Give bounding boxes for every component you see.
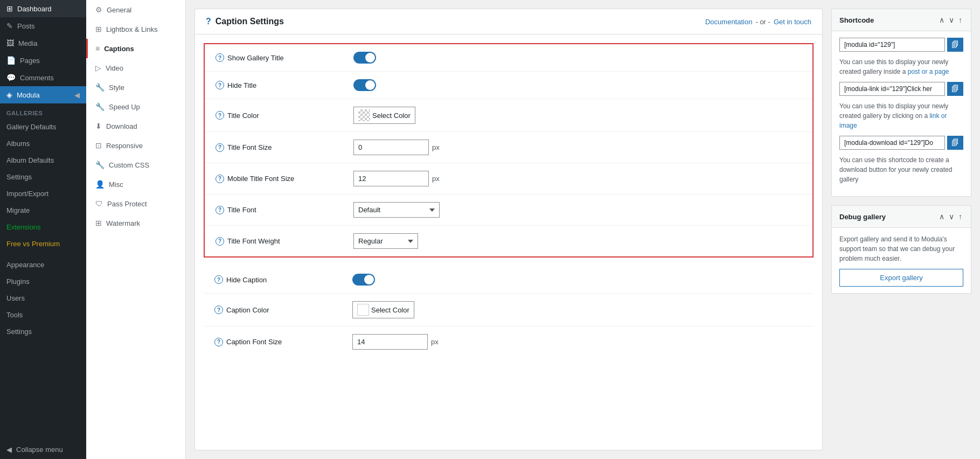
title-font-row: ? Title Font Default Arial Georgia Helve…	[205, 194, 812, 226]
custom-css-icon: 🔧	[95, 161, 105, 169]
sidebar-item-extensions[interactable]: Extensions	[0, 219, 86, 235]
caption-color-help-icon[interactable]: ?	[214, 305, 223, 314]
copy-shortcode-2-button[interactable]: 🗐	[947, 82, 963, 96]
sidebar-item-modula[interactable]: ◈ Modula ◀	[0, 86, 86, 103]
sub-item-misc[interactable]: 👤 Misc	[86, 175, 185, 194]
sub-item-pass-protect[interactable]: 🛡 Pass Protect	[86, 194, 185, 213]
sidebar-item-settings[interactable]: Settings	[0, 169, 86, 185]
hide-caption-help-icon[interactable]: ?	[214, 275, 223, 284]
sub-item-custom-css[interactable]: 🔧 Custom CSS	[86, 155, 185, 175]
copy-shortcode-1-button[interactable]: 🗐	[947, 38, 963, 52]
sidebar-item-comments[interactable]: 💬 Comments	[0, 69, 86, 86]
sidebar-item-plugins[interactable]: Plugins	[0, 273, 86, 290]
misc-icon: 👤	[95, 180, 105, 189]
sidebar-item-albums[interactable]: Albums	[0, 135, 86, 152]
caption-font-size-input[interactable]	[352, 334, 428, 350]
shortcode-widget: Shortcode ∧ ∨ ↑ 🗐 You can use this to di…	[831, 9, 971, 197]
mobile-title-font-size-label: ? Mobile Title Font Size	[216, 175, 345, 183]
comments-icon: 💬	[6, 73, 16, 82]
sidebar-item-posts[interactable]: ✎ Posts	[0, 17, 86, 34]
download-icon: ⬇	[95, 122, 102, 130]
sidebar-item-import-export[interactable]: Import/Export	[0, 185, 86, 202]
title-font-help-icon[interactable]: ?	[216, 206, 224, 214]
title-color-button[interactable]: Select Color	[353, 107, 415, 124]
title-color-help-icon[interactable]: ?	[216, 111, 224, 120]
sub-item-lightbox-links[interactable]: ⊞ Lightbox & Links	[86, 19, 185, 39]
dashboard-icon: ⊞	[6, 4, 13, 13]
sidebar-item-media[interactable]: 🖼 Media	[0, 34, 86, 52]
media-icon: 🖼	[6, 39, 14, 47]
mobile-title-font-size-help-icon[interactable]: ?	[216, 175, 224, 183]
title-font-label: ? Title Font	[216, 206, 345, 214]
link-or-image-link[interactable]: link or image	[839, 112, 947, 129]
title-font-weight-row: ? Title Font Weight Regular Bold Italic …	[205, 226, 812, 256]
sub-item-responsive[interactable]: ⊡ Responsive	[86, 136, 185, 155]
hide-title-help-icon[interactable]: ?	[216, 81, 224, 89]
shortcode-collapse-down-button[interactable]: ∨	[948, 15, 955, 25]
post-or-page-link[interactable]: post or a page	[908, 68, 949, 75]
title-font-weight-select[interactable]: Regular Bold Italic Bold Italic Light	[353, 233, 418, 249]
title-font-size-unit: px	[432, 143, 440, 151]
shortcode-collapse-up-button[interactable]: ∧	[938, 15, 946, 25]
header-links: Documentation - or - Get in touch	[705, 18, 811, 26]
sidebar-item-settings-bottom[interactable]: Settings	[0, 323, 86, 340]
shortcode-input-2[interactable]	[839, 82, 945, 96]
caption-color-row: ? Caption Color Select Color	[204, 294, 814, 326]
settings-panel: ? Caption Settings Documentation - or - …	[194, 9, 823, 450]
sidebar-item-appearance[interactable]: Appearance	[0, 256, 86, 273]
mobile-title-font-size-group: px	[353, 171, 440, 186]
debug-widget-header: Debug gallery ∧ ∨ ↑	[832, 206, 971, 228]
sub-item-captions[interactable]: ≡ Captions	[86, 39, 185, 58]
sub-item-watermark[interactable]: ⊞ Watermark	[86, 213, 185, 233]
modula-icon: ◈	[6, 91, 12, 99]
sub-item-download[interactable]: ⬇ Download	[86, 116, 185, 136]
sidebar-item-migrate[interactable]: Migrate	[0, 202, 86, 219]
caption-font-size-row: ? Caption Font Size px	[204, 326, 814, 357]
show-gallery-title-toggle[interactable]	[353, 52, 376, 64]
sidebar-item-pages[interactable]: 📄 Pages	[0, 52, 86, 69]
title-font-select[interactable]: Default Arial Georgia Helvetica Times Ne…	[353, 202, 440, 218]
sidebar-item-tools[interactable]: Tools	[0, 307, 86, 323]
toggle-knob	[365, 53, 375, 62]
export-gallery-button[interactable]: Export gallery	[839, 269, 963, 287]
caption-font-size-unit: px	[431, 338, 439, 346]
caption-font-size-help-icon[interactable]: ?	[214, 338, 223, 346]
show-gallery-title-label: ? Show Gallery Title	[216, 53, 345, 62]
debug-collapse-down-button[interactable]: ∨	[948, 211, 955, 222]
hide-title-label: ? Hide Title	[216, 81, 345, 89]
sub-item-video[interactable]: ▷ Video	[86, 58, 185, 78]
hide-caption-label: ? Hide Caption	[214, 275, 344, 284]
shortcode-input-row-3: 🗐	[839, 136, 963, 150]
mobile-title-font-size-input[interactable]	[353, 171, 429, 186]
title-font-weight-help-icon[interactable]: ?	[216, 237, 224, 246]
shortcode-input-3[interactable]	[839, 136, 945, 150]
sidebar-item-gallery-defaults[interactable]: Gallery Defaults	[0, 119, 86, 135]
copy-shortcode-3-button[interactable]: 🗐	[947, 136, 963, 150]
caption-color-button[interactable]: Select Color	[352, 301, 414, 318]
sidebar-item-free-vs-premium[interactable]: Free vs Premium	[0, 235, 86, 252]
sidebar-item-album-defaults[interactable]: Album Defaults	[0, 152, 86, 169]
shortcode-collapse-arrow-button[interactable]: ↑	[957, 15, 963, 25]
shortcode-description-2: You can use this to display your newly c…	[839, 101, 963, 130]
style-icon: 🔧	[95, 83, 105, 92]
sub-item-speed-up[interactable]: 🔧 Speed Up	[86, 97, 185, 116]
collapse-menu-button[interactable]: ◀ Collapse menu	[0, 440, 86, 459]
shortcode-input-row-2: 🗐	[839, 82, 963, 96]
title-font-size-help-icon[interactable]: ?	[216, 143, 224, 152]
sidebar-item-dashboard[interactable]: ⊞ Dashboard	[0, 0, 86, 17]
hide-caption-toggle[interactable]	[352, 274, 375, 286]
debug-collapse-arrow-button[interactable]: ↑	[957, 211, 963, 222]
shortcode-input-row-1: 🗐	[839, 38, 963, 52]
sub-item-style[interactable]: 🔧 Style	[86, 78, 185, 97]
debug-collapse-up-button[interactable]: ∧	[938, 211, 946, 222]
title-font-size-label: ? Title Font Size	[216, 143, 345, 152]
documentation-link[interactable]: Documentation	[705, 18, 752, 26]
show-gallery-title-help-icon[interactable]: ?	[216, 53, 224, 62]
hide-title-toggle[interactable]	[353, 79, 376, 91]
sub-item-general[interactable]: ⚙ General	[86, 0, 185, 19]
shortcode-input-1[interactable]	[839, 38, 945, 52]
get-in-touch-link[interactable]: Get in touch	[774, 18, 811, 26]
debug-widget-title: Debug gallery	[839, 213, 886, 221]
title-font-size-input[interactable]	[353, 140, 429, 155]
sidebar-item-users[interactable]: Users	[0, 290, 86, 307]
